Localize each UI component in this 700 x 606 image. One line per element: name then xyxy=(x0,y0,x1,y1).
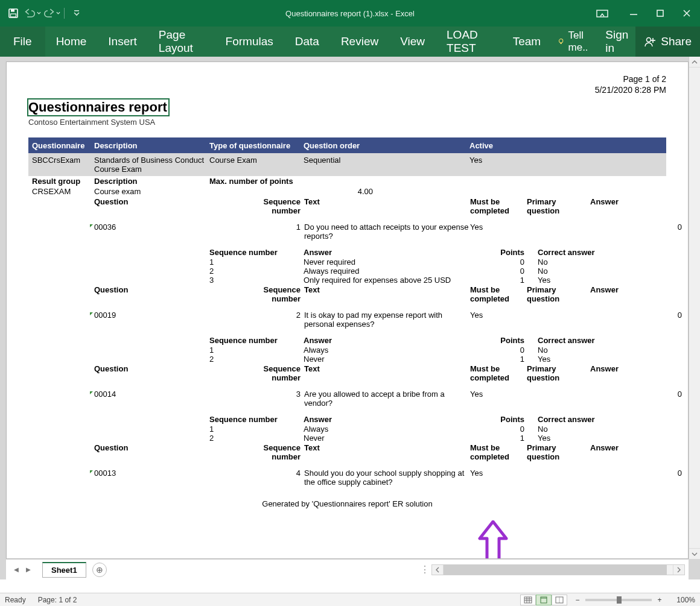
tab-home[interactable]: Home xyxy=(45,27,98,57)
zoom-in-button[interactable]: + xyxy=(655,596,664,604)
answers-header-row: Sequence numberAnswerPointsCorrect answe… xyxy=(28,414,666,425)
svg-rect-6 xyxy=(657,10,663,16)
table-header-cell: Type of questionnaire xyxy=(209,141,304,150)
cell-question-text: Do you need to attach receipts to your e… xyxy=(304,223,470,241)
question-row: 000192It is okay to pad my expense repor… xyxy=(28,310,666,329)
vertical-scrollbar[interactable] xyxy=(689,57,700,559)
answer-row: 3Only required for expenses above 25 USD… xyxy=(28,276,666,285)
tab-splitter[interactable]: ⋮ xyxy=(420,564,429,575)
cell-max-points: 4.00 xyxy=(209,187,469,196)
hscroll-thumb[interactable] xyxy=(444,565,667,575)
question-row: 000134Should you do your school supply s… xyxy=(28,468,666,487)
cell-answer-points: 0 xyxy=(469,267,527,276)
cell-question-text: It is okay to pad my expense report with… xyxy=(304,311,470,329)
page-meta: Page 1 of 2 5/21/2020 8:28 PM xyxy=(595,74,666,95)
quick-access-toolbar xyxy=(0,5,85,22)
cell-primary-question xyxy=(527,469,590,487)
cell-answer-seq: 1 xyxy=(209,425,304,434)
cell-questionnaire-desc: Standards of Business Conduct Course Exa… xyxy=(94,156,209,174)
svg-point-9 xyxy=(559,39,563,43)
question-row: 000143Are you allowed to accept a bribe … xyxy=(28,389,666,408)
new-sheet-button[interactable]: ⊕ xyxy=(92,563,107,577)
scroll-track[interactable] xyxy=(689,68,700,548)
cell-answer-points: 0 xyxy=(469,425,527,434)
cell-question-id: 00013 xyxy=(94,469,241,487)
sheet-nav-next[interactable]: ► xyxy=(23,565,34,574)
question-header-row: QuestionSequence numberTextMust be compl… xyxy=(28,197,666,216)
cell-answer-text: Never xyxy=(304,355,469,364)
cell-answer-text: Only required for expenses above 25 USD xyxy=(304,276,469,285)
cell-answer-text: Never required xyxy=(304,257,469,267)
tab-formulas[interactable]: Formulas xyxy=(215,27,284,57)
status-bar: Ready Page: 1 of 2 − + 100% xyxy=(0,593,700,606)
question-row: 000361Do you need to attach receipts to … xyxy=(28,222,666,241)
answers-header-row: Sequence numberAnswerPointsCorrect answe… xyxy=(28,335,666,346)
page-timestamp: 5/21/2020 8:28 PM xyxy=(595,85,666,96)
tab-team[interactable]: Team xyxy=(502,27,552,57)
question-header-row: QuestionSequence numberTextMust be compl… xyxy=(28,285,666,304)
tab-view[interactable]: View xyxy=(389,27,436,57)
redo-button[interactable] xyxy=(43,5,60,22)
view-page-layout-button[interactable] xyxy=(536,595,552,605)
status-page: Page: 1 of 2 xyxy=(38,596,77,604)
answer-row: 2Never1Yes xyxy=(28,434,666,443)
table-header-row: QuestionnaireDescriptionType of question… xyxy=(28,137,666,153)
cell-question-seq: 2 xyxy=(241,311,304,329)
sheet-tab-sheet1[interactable]: Sheet1 xyxy=(42,562,86,578)
maximize-button[interactable] xyxy=(647,0,673,27)
zoom-slider[interactable] xyxy=(585,599,652,601)
ribbon-display-options-button[interactable] xyxy=(589,0,616,27)
cell-question-seq: 3 xyxy=(241,390,304,408)
tab-review[interactable]: Review xyxy=(330,27,389,57)
sheet-nav-prev[interactable]: ◄ xyxy=(11,565,22,574)
cell-question-text: Should you do your school supply shoppin… xyxy=(304,469,470,487)
lightbulb-icon xyxy=(558,36,564,47)
save-button[interactable] xyxy=(5,5,22,22)
cell-must-complete: Yes xyxy=(470,311,527,329)
cell-must-complete: Yes xyxy=(470,223,527,241)
cell-answer-count: 0 xyxy=(590,223,686,241)
result-group-row: CRSEXAMCourse exam4.00 xyxy=(28,186,666,197)
table-header-cell: Active xyxy=(469,141,686,150)
minimize-button[interactable] xyxy=(620,0,647,27)
active-cell-selection[interactable]: Questionnaires report xyxy=(27,98,170,116)
share-person-icon xyxy=(644,36,656,48)
horizontal-scrollbar[interactable] xyxy=(431,564,685,575)
answer-row: 2Never1Yes xyxy=(28,355,666,364)
cell-answer-seq: 1 xyxy=(209,346,304,355)
tab-insert[interactable]: Insert xyxy=(97,27,148,57)
view-normal-button[interactable] xyxy=(520,595,536,605)
annotation-arrow-icon xyxy=(475,520,511,559)
report-title: Questionnaires report xyxy=(28,99,167,115)
cell-answer-seq: 2 xyxy=(209,434,304,443)
scroll-up-button[interactable] xyxy=(689,57,700,68)
tab-data[interactable]: Data xyxy=(284,27,330,57)
cell-answer-seq: 2 xyxy=(209,355,304,364)
scroll-left-button[interactable] xyxy=(432,565,443,575)
cell-correct-answer: No xyxy=(538,346,686,355)
tab-page-layout[interactable]: Page Layout xyxy=(148,27,215,57)
share-label: Share xyxy=(661,35,692,48)
scroll-right-button[interactable] xyxy=(673,565,684,575)
scroll-down-button[interactable] xyxy=(689,548,700,559)
svg-rect-2 xyxy=(11,14,16,17)
tell-me-input[interactable]: Tell me.. xyxy=(552,30,598,54)
answer-row: 1Never required0No xyxy=(28,257,666,267)
share-button[interactable]: Share xyxy=(635,27,700,57)
zoom-out-button[interactable]: − xyxy=(573,596,582,604)
sign-in-button[interactable]: Sign in xyxy=(598,28,635,55)
answer-row: 2Always required0No xyxy=(28,267,666,276)
cell-answer-points: 1 xyxy=(469,434,527,443)
cell-primary-question xyxy=(527,390,590,408)
view-page-break-button[interactable] xyxy=(552,595,567,605)
result-group-header: Result groupDescriptionMax. number of po… xyxy=(28,176,666,186)
close-button[interactable] xyxy=(673,0,700,27)
view-switcher xyxy=(520,595,567,605)
tab-file[interactable]: File xyxy=(0,27,45,57)
window-controls xyxy=(589,0,700,27)
cell-answer-count: 0 xyxy=(590,469,686,487)
ribbon-tabs: File Home Insert Page Layout Formulas Da… xyxy=(0,27,700,57)
undo-button[interactable] xyxy=(24,5,41,22)
customize-qat-button[interactable] xyxy=(68,5,85,22)
tab-load-test[interactable]: LOAD TEST xyxy=(436,27,502,57)
